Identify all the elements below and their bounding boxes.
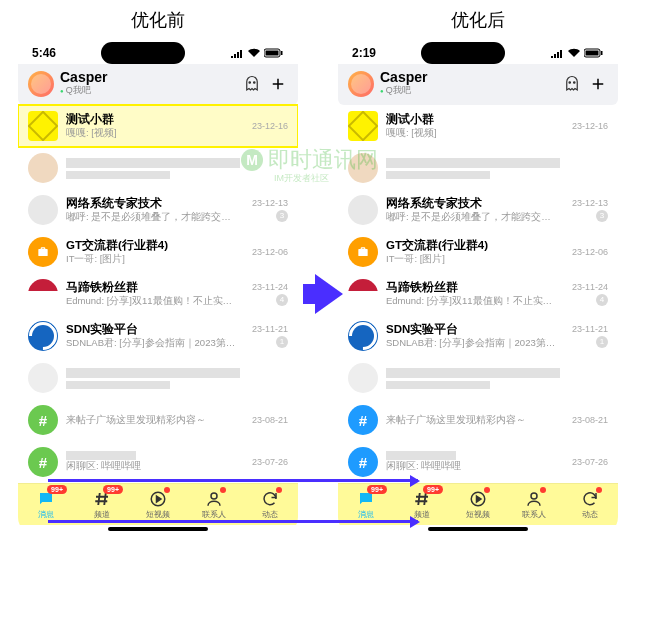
chat-row[interactable]: 测试小群 嘎嘎: [视频] 23-12-16 — [18, 105, 298, 147]
app-header: Casper Q我吧 — [18, 64, 298, 105]
chat-name: GT交流群(行业群4) — [386, 238, 560, 253]
chat-date: 23-12-13 — [568, 198, 608, 208]
avatar-main[interactable] — [348, 71, 374, 97]
tab-chat[interactable]: 消息 99+ — [338, 484, 394, 525]
svg-point-10 — [569, 81, 571, 83]
avatar-group-icon — [348, 195, 378, 225]
chat-row[interactable]: # 来帖子广场这里发现精彩内容～ 23-08-21 — [18, 399, 298, 441]
chat-name: SDN实验平台 — [386, 322, 560, 337]
unread-badge: 3 — [596, 210, 608, 222]
avatar-hash-icon: # — [348, 447, 378, 477]
home-indicator — [108, 527, 208, 531]
status-icons — [230, 48, 284, 58]
avatar-horse-icon — [28, 279, 58, 309]
chat-row[interactable]: SDN实验平台 SDNLAB君: [分享]参会指南｜2023第六届… 23-11… — [338, 315, 618, 357]
unread-badge: 1 — [276, 336, 288, 348]
chat-row[interactable]: 测试小群 嘎嘎: [视频] 23-12-16 — [338, 105, 618, 147]
tab-person[interactable]: 联系人 — [186, 484, 242, 525]
svg-rect-9 — [601, 51, 603, 55]
chat-date: 23-11-24 — [248, 282, 288, 292]
chat-date: 23-11-24 — [568, 282, 608, 292]
chat-row[interactable]: SDN实验平台 SDNLAB君: [分享]参会指南｜2023第六届… 23-11… — [18, 315, 298, 357]
tab-chat[interactable]: 消息 99+ — [18, 484, 74, 525]
badge-99: 99+ — [367, 485, 387, 494]
unread-badge: 3 — [276, 210, 288, 222]
chat-preview: Edmund: [分享]双11最值购！不止实现喝… — [66, 295, 240, 308]
header-title: Casper — [60, 70, 236, 84]
badge-99: 99+ — [423, 485, 443, 494]
chat-preview: Edmund: [分享]双11最值购！不止实现喝… — [386, 295, 560, 308]
chat-name: 网络系统专家技术 — [386, 196, 560, 211]
svg-point-4 — [254, 81, 256, 83]
app-header: Casper Q我吧 — [338, 64, 618, 105]
avatar-cube-icon — [28, 111, 58, 141]
chat-date: 23-12-06 — [248, 247, 288, 257]
chat-date: 23-07-26 — [248, 457, 288, 467]
tab-label: 消息 — [38, 509, 54, 520]
tab-label: 联系人 — [202, 509, 226, 520]
chat-row[interactable] — [18, 147, 298, 189]
chat-row[interactable]: 网络系统专家技术 嘟呼: 是不是必须堆叠了，才能跨交换机… 23-12-13 3 — [18, 189, 298, 231]
notification-dot — [220, 487, 226, 493]
big-arrow-icon — [315, 274, 343, 314]
avatar-main[interactable] — [28, 71, 54, 97]
chat-row[interactable]: 马蹄铁粉丝群 Edmund: [分享]双11最值购！不止实现喝… 23-11-2… — [338, 273, 618, 315]
chat-row[interactable] — [338, 357, 618, 399]
avatar-hash-icon: # — [28, 405, 58, 435]
tab-person[interactable]: 联系人 — [506, 484, 562, 525]
plus-icon[interactable] — [268, 74, 288, 94]
chat-preview: SDNLAB君: [分享]参会指南｜2023第六届… — [66, 337, 240, 350]
header-title: Casper — [380, 70, 556, 84]
chat-row[interactable]: # 闲聊区: 哔哩哔哩 23-07-26 — [18, 441, 298, 483]
tab-refresh[interactable]: 动态 — [242, 484, 298, 525]
tab-hash[interactable]: 频道 99+ — [394, 484, 450, 525]
chat-row[interactable]: 马蹄铁粉丝群 Edmund: [分享]双11最值购！不止实现喝… 23-11-2… — [18, 273, 298, 315]
tab-label: 频道 — [94, 509, 110, 520]
ghost-icon[interactable] — [562, 74, 582, 94]
chat-row[interactable] — [18, 357, 298, 399]
chat-row[interactable]: GT交流群(行业群4) IT一哥: [图片] 23-12-06 — [18, 231, 298, 273]
chat-row[interactable]: 网络系统专家技术 嘟呼: 是不是必须堆叠了，才能跨交换机… 23-12-13 3 — [338, 189, 618, 231]
chat-preview: 闲聊区: 哔哩哔哩 — [66, 460, 240, 473]
chat-preview: 嘎嘎: [视频] — [386, 127, 560, 140]
plus-icon[interactable] — [588, 74, 608, 94]
tab-refresh[interactable]: 动态 — [562, 484, 618, 525]
chat-preview: 嘟呼: 是不是必须堆叠了，才能跨交换机… — [386, 211, 560, 224]
header-subtitle: Q我吧 — [60, 84, 236, 97]
tab-play[interactable]: 短视频 — [130, 484, 186, 525]
chat-name: 测试小群 — [66, 112, 240, 127]
ghost-icon[interactable] — [242, 74, 262, 94]
chat-name: 测试小群 — [386, 112, 560, 127]
chat-list: 测试小群 嘎嘎: [视频] 23-12-16 网络系统专家技术 嘟呼: 是不是必… — [18, 105, 298, 483]
tab-hash[interactable]: 频道 99+ — [74, 484, 130, 525]
home-indicator — [428, 527, 528, 531]
notification-dot — [596, 487, 602, 493]
chat-preview: 嘎嘎: [视频] — [66, 127, 240, 140]
chat-date: 23-12-06 — [568, 247, 608, 257]
chat-date: 23-08-21 — [248, 415, 288, 425]
phone-before: 5:46 Casper Q我吧 测试小群 — [18, 36, 298, 535]
dynamic-island — [101, 42, 185, 64]
chat-row[interactable] — [338, 147, 618, 189]
chat-date: 23-11-21 — [568, 324, 608, 334]
unread-badge: 4 — [596, 294, 608, 306]
chat-row[interactable]: GT交流群(行业群4) IT一哥: [图片] 23-12-06 — [338, 231, 618, 273]
chat-date: 23-07-26 — [568, 457, 608, 467]
chat-name: 马蹄铁粉丝群 — [386, 280, 560, 295]
tab-label: 联系人 — [522, 509, 546, 520]
chat-name: 网络系统专家技术 — [66, 196, 240, 211]
chat-row[interactable]: # 来帖子广场这里发现精彩内容～ 23-08-21 — [338, 399, 618, 441]
arrow-line-1 — [48, 479, 418, 482]
notification-dot — [164, 487, 170, 493]
tab-bar: 消息 99+ 频道 99+ 短视频 联系人 动态 — [18, 483, 298, 525]
notification-dot — [540, 487, 546, 493]
tab-play[interactable]: 短视频 — [450, 484, 506, 525]
chat-preview: IT一哥: [图片] — [386, 253, 560, 266]
status-bar: 5:46 — [18, 36, 298, 64]
clock: 2:19 — [352, 46, 376, 60]
svg-rect-1 — [266, 51, 279, 56]
phone-after: 2:19 Casper Q我吧 测试小群 — [338, 36, 618, 535]
chat-date: 23-08-21 — [568, 415, 608, 425]
chat-row[interactable]: # 闲聊区: 哔哩哔哩 23-07-26 — [338, 441, 618, 483]
dynamic-island — [421, 42, 505, 64]
